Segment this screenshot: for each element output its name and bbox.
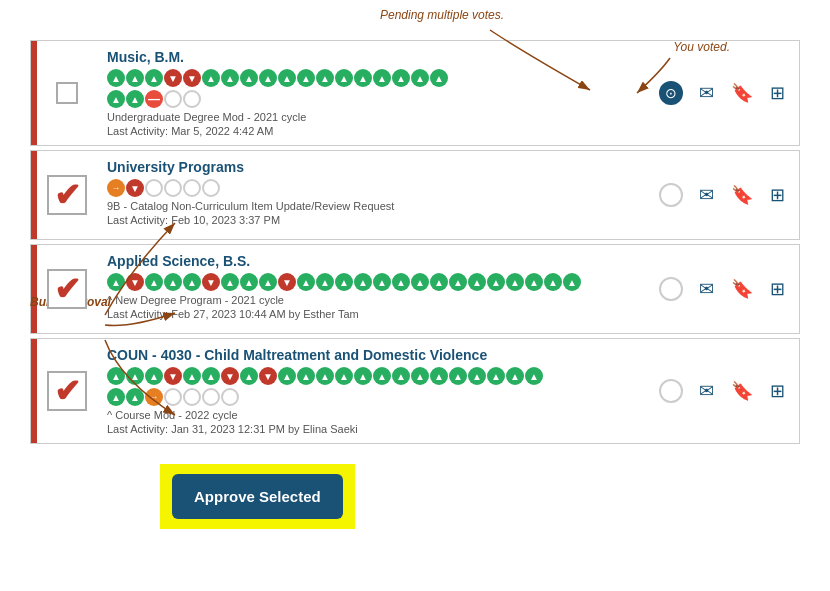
vote-icon: → xyxy=(107,179,125,197)
vote-icon: ▲ xyxy=(202,367,220,385)
proposal-item: ✔ University Programs → ▼ 9B - Catalog N… xyxy=(30,150,800,240)
vote-icon: ▼ xyxy=(259,367,277,385)
vote-icons-row2: ▲ ▲ — xyxy=(107,90,649,108)
vote-icon: ▲ xyxy=(392,273,410,291)
action-area: ⊙ ✉ 🔖 ⊞ xyxy=(659,41,799,145)
grid-icon[interactable]: ⊞ xyxy=(766,183,789,207)
email-icon[interactable]: ✉ xyxy=(695,183,718,207)
main-container: Pending multiple votes. You voted. Bulk … xyxy=(0,0,830,549)
proposal-activity: Last Activity: Mar 5, 2022 4:42 AM xyxy=(107,125,649,137)
vote-action-icon[interactable] xyxy=(659,183,683,207)
vote-icon: ▲ xyxy=(221,69,239,87)
vote-icon: ▲ xyxy=(278,69,296,87)
checkbox-area[interactable]: ✔ xyxy=(37,151,97,239)
vote-icon: ▲ xyxy=(449,367,467,385)
proposal-title[interactable]: Music, B.M. xyxy=(107,49,649,65)
vote-action-icon[interactable]: ⊙ xyxy=(659,81,683,105)
proposal-item: ✔ Applied Science, B.S. ▲ ▼ ▲ ▲ ▲ ▼ ▲ ▲ … xyxy=(30,244,800,334)
vote-icon: → xyxy=(145,388,163,406)
vote-icon: ▲ xyxy=(468,367,486,385)
content-area: Music, B.M. ▲ ▲ ▲ ▼ ▼ ▲ ▲ ▲ ▲ ▲ ▲ ▲ ▲ ▲ xyxy=(97,41,659,145)
vote-icon: ▲ xyxy=(487,273,505,291)
vote-icon: ▲ xyxy=(107,388,125,406)
proposal-title[interactable]: Applied Science, B.S. xyxy=(107,253,649,269)
vote-icon: ▲ xyxy=(202,69,220,87)
bookmark-icon[interactable]: 🔖 xyxy=(730,81,754,105)
proposal-title[interactable]: University Programs xyxy=(107,159,649,175)
proposal-item: Music, B.M. ▲ ▲ ▲ ▼ ▼ ▲ ▲ ▲ ▲ ▲ ▲ ▲ ▲ ▲ xyxy=(30,40,800,146)
vote-icon: ▲ xyxy=(468,273,486,291)
grid-icon[interactable]: ⊞ xyxy=(766,379,789,403)
grid-icon[interactable]: ⊞ xyxy=(766,81,790,105)
vote-icon: ▲ xyxy=(563,273,581,291)
vote-icon: ▲ xyxy=(411,69,429,87)
vote-icon: — xyxy=(145,90,163,108)
annotation-voted: You voted. xyxy=(673,40,730,54)
vote-icons-row2: ▲ ▲ → xyxy=(107,388,649,406)
checkbox-area[interactable]: ✔ xyxy=(37,245,97,333)
vote-icon: ▲ xyxy=(449,273,467,291)
content-area: Applied Science, B.S. ▲ ▼ ▲ ▲ ▲ ▼ ▲ ▲ ▲ … xyxy=(97,245,659,333)
vote-icon xyxy=(221,388,239,406)
vote-icon: ▲ xyxy=(278,367,296,385)
checkbox-area[interactable]: ✔ xyxy=(37,339,97,443)
vote-icon: ▲ xyxy=(240,69,258,87)
vote-icon xyxy=(145,179,163,197)
checkbox-checked[interactable]: ✔ xyxy=(49,177,85,213)
vote-icon: ▲ xyxy=(316,367,334,385)
vote-icon: ▲ xyxy=(354,367,372,385)
vote-icon: ▲ xyxy=(506,367,524,385)
vote-icon: ▲ xyxy=(506,273,524,291)
checkbox-unchecked[interactable] xyxy=(56,82,78,104)
checkmark: ✔ xyxy=(54,179,81,211)
content-area: University Programs → ▼ 9B - Catalog Non… xyxy=(97,151,659,239)
email-icon[interactable]: ✉ xyxy=(695,81,719,105)
vote-icon: ▲ xyxy=(373,69,391,87)
vote-icon: ▲ xyxy=(240,273,258,291)
vote-icon xyxy=(202,388,220,406)
grid-icon[interactable]: ⊞ xyxy=(766,277,789,301)
vote-icon: ▲ xyxy=(316,69,334,87)
vote-icon: ▼ xyxy=(126,273,144,291)
vote-icon: ▲ xyxy=(525,273,543,291)
vote-icon: ▼ xyxy=(202,273,220,291)
vote-icon: ▲ xyxy=(297,273,315,291)
vote-icon: ▲ xyxy=(145,367,163,385)
checkbox-area[interactable] xyxy=(37,41,97,145)
vote-action-icon[interactable] xyxy=(659,379,683,403)
proposal-title[interactable]: COUN - 4030 - Child Maltreatment and Dom… xyxy=(107,347,649,363)
vote-icon: ▲ xyxy=(145,273,163,291)
vote-icon: ▲ xyxy=(411,273,429,291)
vote-icon: ▲ xyxy=(354,69,372,87)
vote-action-icon[interactable] xyxy=(659,277,683,301)
vote-icon: ▼ xyxy=(164,69,182,87)
checkbox-checked[interactable]: ✔ xyxy=(49,373,85,409)
vote-icon xyxy=(164,90,182,108)
proposal-subtitle: Undergraduate Degree Mod - 2021 cycle xyxy=(107,111,649,123)
action-area: ✉ 🔖 ⊞ xyxy=(659,151,799,239)
vote-icon: ▲ xyxy=(240,367,258,385)
proposal-list: Music, B.M. ▲ ▲ ▲ ▼ ▼ ▲ ▲ ▲ ▲ ▲ ▲ ▲ ▲ ▲ xyxy=(30,40,800,444)
vote-icon: ▲ xyxy=(164,273,182,291)
vote-icon xyxy=(183,388,201,406)
approve-selected-button[interactable]: Approve Selected xyxy=(172,474,343,519)
bottom-area: Approve Selected xyxy=(30,464,800,529)
bookmark-icon[interactable]: 🔖 xyxy=(730,183,753,207)
bookmark-icon[interactable]: 🔖 xyxy=(730,277,753,301)
bookmark-icon[interactable]: 🔖 xyxy=(730,379,753,403)
email-icon[interactable]: ✉ xyxy=(695,379,718,403)
vote-icon: ▲ xyxy=(183,367,201,385)
proposal-subtitle: 9B - Catalog Non-Curriculum Item Update/… xyxy=(107,200,649,212)
proposal-activity: Last Activity: Jan 31, 2023 12:31 PM by … xyxy=(107,423,649,435)
vote-icon: ▲ xyxy=(126,367,144,385)
vote-icon xyxy=(164,179,182,197)
vote-icon: ▲ xyxy=(430,273,448,291)
vote-icon: ▲ xyxy=(145,69,163,87)
action-area: ✉ 🔖 ⊞ xyxy=(659,339,799,443)
checkbox-checked[interactable]: ✔ xyxy=(49,271,85,307)
approve-button-wrapper: Approve Selected xyxy=(160,464,355,529)
email-icon[interactable]: ✉ xyxy=(695,277,718,301)
vote-icon: ▲ xyxy=(354,273,372,291)
vote-icon: ▲ xyxy=(107,367,125,385)
vote-icon: ▲ xyxy=(107,90,125,108)
